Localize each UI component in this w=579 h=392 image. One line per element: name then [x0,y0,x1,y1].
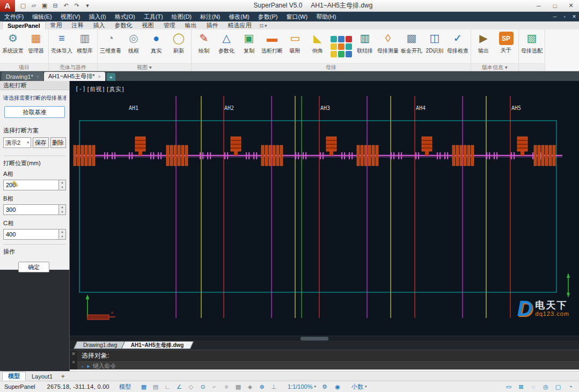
palette-title[interactable]: 选柜打断 [0,81,69,90]
workspace-label[interactable]: SuperPanel [4,383,35,390]
viewport-control[interactable]: [真实] [106,85,124,93]
tab-insert[interactable]: 插入 [89,21,110,29]
cabinet-break-button[interactable]: ▬选柜打断 [260,30,284,63]
graphics-performance-icon[interactable]: ◎ [541,383,550,390]
ribbon-panel-label[interactable] [519,63,545,71]
phase-a-input[interactable] [3,180,59,190]
mini-tool-icon[interactable] [346,43,352,50]
doc-tab-drawing1[interactable]: Drawing1* × [2,72,43,81]
file-tab-ah1-ah5[interactable]: AH1~AH5主母排.dwg [121,341,194,349]
doc-close-button[interactable]: ✕ [569,14,579,19]
mini-tool-icon[interactable] [331,43,337,50]
workspace-gear-icon[interactable]: ⚙ [320,383,329,390]
tab-annotate[interactable]: 注释 [67,21,89,29]
print-icon[interactable]: ⊟ [50,2,60,10]
isodraft-icon[interactable]: ◇ [187,383,195,390]
menu-item[interactable]: 绘图(D) [167,12,196,21]
tab-addins[interactable]: 插件 [202,21,223,29]
ribbon-panel-label[interactable]: 壳体与器件 [49,63,97,71]
ribbon-panel-label[interactable]: 母排 [192,63,471,71]
joint-bar-button[interactable]: ▥联结排 [354,30,376,63]
tab-view[interactable]: 视图 [137,21,159,29]
shell-import-button[interactable]: ≡壳体导入 [50,30,74,63]
qat-menu-icon[interactable]: ▾ [83,2,92,10]
selection-cycling-icon[interactable]: ◈ [246,383,254,390]
draw-busbar-button[interactable]: ✎绘制 [193,30,215,63]
menu-item[interactable]: 插入(I) [84,12,110,21]
copy-busbar-button[interactable]: ▣复制 [238,30,260,63]
ribbon-panel-label[interactable]: 版本信息 ▾ [471,63,518,71]
menu-item[interactable]: 修改(M) [224,12,254,21]
phase-b-input[interactable] [3,204,59,215]
model-space-toggle[interactable]: 模型 [119,383,131,391]
units-control[interactable]: 小数 ▾ [351,383,367,391]
quick-properties-icon[interactable]: ▭ [504,383,513,390]
open-file-icon[interactable]: ▱ [29,2,39,10]
minimize-button[interactable]: ─ [531,0,547,11]
add-layout-button[interactable]: + [58,372,67,381]
save-icon[interactable]: ▣ [40,2,49,10]
mini-tool-icon[interactable] [338,43,345,50]
command-input[interactable] [93,363,576,369]
system-settings-button[interactable]: ⚙系统设置 [1,30,25,63]
lock-ui-icon[interactable]: ⊠ [517,383,525,390]
manager-button[interactable]: ▦管理器 [25,30,47,63]
osnap-3d-icon[interactable]: ⊕ [258,383,266,390]
menu-item[interactable]: 帮助(H) [312,12,340,21]
menu-item[interactable]: 编辑(E) [28,12,56,21]
command-close-icon[interactable]: ✕ [71,351,76,357]
tab-close-icon[interactable]: × [98,74,101,79]
spinner-down-icon[interactable]: ▼ [59,210,65,215]
clock-icon[interactable]: ◔ [566,383,575,390]
menu-item[interactable]: 参数(P) [254,12,282,21]
spinner-up-icon[interactable]: ▲ [59,180,65,185]
tab-output[interactable]: 输出 [180,21,202,29]
annotation-monitor-icon[interactable]: ◉ [333,383,342,390]
maximize-button[interactable]: □ [547,0,563,11]
pick-datum-button[interactable]: 拾取基准 [4,106,65,118]
spinner-up-icon[interactable]: ▲ [59,205,65,210]
redo-icon[interactable]: ↷ [72,2,82,10]
polar-tracking-icon[interactable]: ∠ [175,383,184,390]
busbar-select-button[interactable]: ▧母排选配 [520,30,544,63]
scrollbar-thumb[interactable] [301,337,328,341]
busbar-measure-button[interactable]: ◊母排测量 [376,30,400,63]
mini-tool-icon[interactable] [346,51,352,57]
new-file-icon[interactable]: ▢ [18,2,28,10]
menu-item[interactable]: 标注(N) [196,12,224,21]
sheet-hole-button[interactable]: ▩板金开孔 [400,30,423,63]
doc-restore-button[interactable]: ▫ [560,14,569,19]
busbar-check-button[interactable]: ✓母排检查 [446,30,470,63]
doc-tab-ah1-ah5[interactable]: AH1~AH5主母排* × [44,72,105,81]
spinner-down-icon[interactable]: ▼ [59,185,65,190]
layout1-tab[interactable]: Layout1 [26,372,58,381]
dynamic-ucs-icon[interactable]: ⊥ [269,383,278,390]
ribbon-display-toggle-icon[interactable]: ⊡▾ [260,21,267,29]
busbar-mini-tools[interactable] [329,30,354,63]
view-3d-button[interactable]: ◔三维查看 [99,30,122,63]
spinner-up-icon[interactable]: ▲ [59,230,65,234]
undo-icon[interactable]: ↶ [61,2,71,10]
app-logo[interactable]: A [0,0,15,12]
menu-item[interactable]: 工具(T) [140,12,167,21]
delete-scheme-button[interactable]: 删除 [50,137,67,148]
recognize-2d-button[interactable]: ◫2D识别 [423,30,446,63]
osnap-tracking-icon[interactable]: ⌐ [210,383,219,390]
command-grip-icon[interactable]: ≡ [72,359,75,365]
menu-item[interactable]: 窗口(W) [282,12,312,21]
chamfer-button[interactable]: ◣倒角 [306,30,329,63]
tab-superpanel[interactable]: SuperPanel [2,21,46,29]
snap-icon[interactable]: ▤ [151,383,160,390]
mini-tool-icon[interactable] [331,36,337,42]
lineweight-icon[interactable]: ≡ [222,383,231,390]
menu-item[interactable]: 格式(O) [111,12,140,21]
ribbon-panel-label[interactable]: 项目 [0,63,48,71]
ribbon-panel-label[interactable]: 视图 ▾ [98,63,191,71]
doc-minimize-button[interactable]: ─ [550,14,560,19]
viewport-control[interactable]: [前视] [86,85,105,93]
save-scheme-button[interactable]: 保存 [33,137,49,148]
tab-close-icon[interactable]: × [36,74,39,79]
tab-manage[interactable]: 管理 [159,21,180,29]
about-button[interactable]: SP关于 [495,30,517,63]
clean-screen-icon[interactable]: ▢ [554,383,562,390]
